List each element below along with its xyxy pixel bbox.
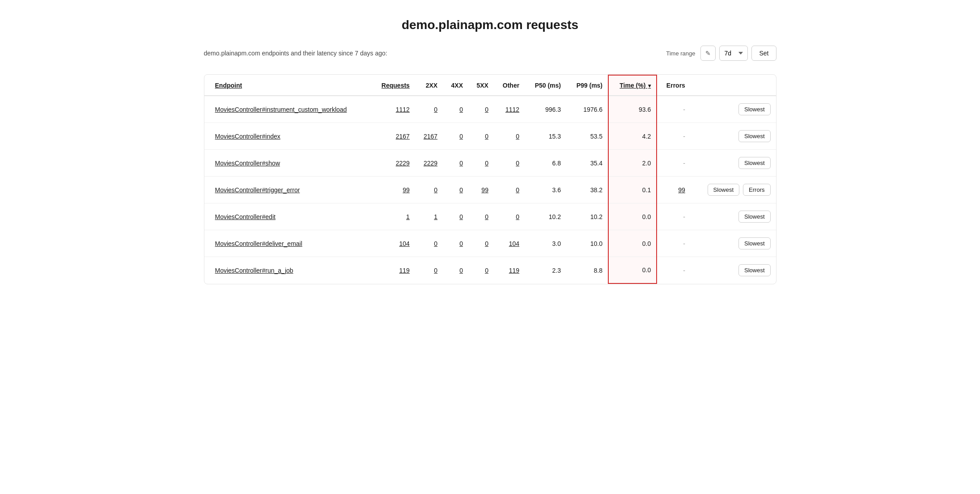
subtitle: demo.plainapm.com endpoints and their la…: [204, 50, 387, 57]
col-header-actions: [691, 75, 776, 96]
cell-errors[interactable]: 99: [657, 177, 691, 203]
table-row: MoviesController#instrument_custom_workl…: [204, 96, 776, 123]
cell-link[interactable]: 0: [485, 106, 488, 113]
cell-link[interactable]: 2229: [396, 160, 410, 167]
cell-link[interactable]: 2167: [424, 133, 437, 140]
col-header-p50: P50 (ms): [525, 75, 566, 96]
cell-p99: 53.5: [566, 123, 608, 150]
cell-actions: Slowest: [691, 150, 776, 177]
cell-link[interactable]: 119: [399, 267, 410, 274]
cell-endpoint[interactable]: MoviesController#run_a_job: [204, 257, 371, 284]
cell-errors: -: [657, 123, 691, 150]
cell-link[interactable]: 2229: [424, 160, 437, 167]
cell-link[interactable]: MoviesController#show: [215, 160, 280, 167]
cell-link[interactable]: 1112: [396, 106, 410, 113]
errors-button[interactable]: Errors: [743, 184, 770, 196]
time-range-controls: Time range ✎ 1h 6h 24h 7d 30d Set: [666, 46, 776, 61]
cell-p50: 996.3: [525, 96, 566, 123]
time-range-select[interactable]: 1h 6h 24h 7d 30d: [719, 46, 748, 61]
slowest-button[interactable]: Slowest: [738, 157, 771, 169]
cell-link[interactable]: MoviesController#run_a_job: [215, 267, 293, 274]
cell-link[interactable]: 0: [485, 240, 488, 247]
cell-time-pct: 4.2: [608, 123, 657, 150]
cell-link[interactable]: 99: [403, 186, 410, 194]
cell-link[interactable]: 0: [459, 160, 463, 167]
cell-link[interactable]: 104: [509, 240, 519, 247]
cell-endpoint[interactable]: MoviesController#instrument_custom_workl…: [204, 96, 371, 123]
cell-p99: 38.2: [566, 177, 608, 203]
cell-link[interactable]: 0: [516, 133, 519, 140]
cell-link[interactable]: 0: [459, 213, 463, 220]
cell-link[interactable]: 0: [485, 133, 488, 140]
slowest-button[interactable]: Slowest: [738, 103, 771, 115]
cell-endpoint[interactable]: MoviesController#index: [204, 123, 371, 150]
cell-time-pct: 0.1: [608, 177, 657, 203]
page-container: demo.plainapm.com requests demo.plainapm…: [177, 0, 803, 302]
cell-time-pct: 2.0: [608, 150, 657, 177]
table-row: MoviesController#trigger_error99009903.6…: [204, 177, 776, 203]
cell-endpoint[interactable]: MoviesController#edit: [204, 203, 371, 230]
cell-link[interactable]: 0: [459, 106, 463, 113]
cell-link[interactable]: 104: [399, 240, 410, 247]
cell-link[interactable]: 2167: [396, 133, 410, 140]
cell-p99: 10.0: [566, 230, 608, 257]
cell-link[interactable]: 0: [485, 213, 488, 220]
slowest-button[interactable]: Slowest: [738, 237, 771, 249]
cell-link[interactable]: 0: [459, 240, 463, 247]
actions-group: Slowest: [696, 211, 771, 223]
cell-time-pct: 93.6: [608, 96, 657, 123]
slowest-button[interactable]: Slowest: [738, 211, 771, 223]
cell-link[interactable]: 0: [434, 267, 437, 274]
cell-link[interactable]: MoviesController#deliver_email: [215, 240, 302, 247]
table-row: MoviesController#index2167216700015.353.…: [204, 123, 776, 150]
slowest-button[interactable]: Slowest: [738, 264, 771, 276]
cell-link[interactable]: MoviesController#trigger_error: [215, 186, 300, 194]
col-header-endpoint[interactable]: Endpoint: [204, 75, 371, 96]
cell-time-pct: 0.0: [608, 257, 657, 284]
edit-icon-button[interactable]: ✎: [700, 46, 716, 61]
cell-link[interactable]: MoviesController#edit: [215, 213, 276, 220]
edit-icon: ✎: [705, 50, 711, 57]
col-header-requests[interactable]: Requests: [371, 75, 415, 96]
cell-link[interactable]: 0: [459, 133, 463, 140]
cell-endpoint[interactable]: MoviesController#deliver_email: [204, 230, 371, 257]
actions-group: Slowest: [696, 264, 771, 276]
col-header-5xx: 5XX: [468, 75, 494, 96]
cell-link[interactable]: 0: [485, 160, 488, 167]
slowest-button[interactable]: Slowest: [738, 130, 771, 142]
col-header-time-pct[interactable]: Time (%) ▾: [608, 75, 657, 96]
set-button[interactable]: Set: [751, 46, 776, 61]
cell-link[interactable]: 0: [434, 186, 437, 194]
cell-endpoint[interactable]: MoviesController#trigger_error: [204, 177, 371, 203]
sort-arrow-icon: ▾: [648, 83, 651, 89]
cell-link[interactable]: 0: [516, 160, 519, 167]
actions-group: Slowest: [696, 103, 771, 115]
cell-link[interactable]: 119: [509, 267, 519, 274]
cell-link[interactable]: 0: [485, 267, 488, 274]
cell-actions: Slowest: [691, 96, 776, 123]
cell-link[interactable]: 0: [434, 240, 437, 247]
cell-link[interactable]: 0: [459, 267, 463, 274]
cell-link[interactable]: MoviesController#index: [215, 133, 280, 140]
cell-link[interactable]: 99: [481, 186, 488, 194]
cell-link[interactable]: MoviesController#instrument_custom_workl…: [215, 106, 347, 113]
cell-p99: 1976.6: [566, 96, 608, 123]
cell-errors: -: [657, 150, 691, 177]
cell-endpoint[interactable]: MoviesController#show: [204, 150, 371, 177]
cell-link[interactable]: 1112: [505, 106, 519, 113]
cell-errors: -: [657, 257, 691, 284]
cell-link[interactable]: 1: [434, 213, 437, 220]
slowest-button[interactable]: Slowest: [708, 184, 740, 196]
cell-link[interactable]: 0: [434, 106, 437, 113]
cell-time-pct: 0.0: [608, 230, 657, 257]
table-row: MoviesController#show222922290006.835.42…: [204, 150, 776, 177]
cell-link[interactable]: 0: [516, 213, 519, 220]
actions-group: SlowestErrors: [696, 184, 771, 196]
cell-errors-link[interactable]: 99: [678, 186, 685, 194]
cell-p50: 6.8: [525, 150, 566, 177]
cell-actions: Slowest: [691, 123, 776, 150]
cell-link[interactable]: 0: [516, 186, 519, 194]
cell-link[interactable]: 1: [406, 213, 410, 220]
cell-p50: 3.6: [525, 177, 566, 203]
cell-link[interactable]: 0: [459, 186, 463, 194]
